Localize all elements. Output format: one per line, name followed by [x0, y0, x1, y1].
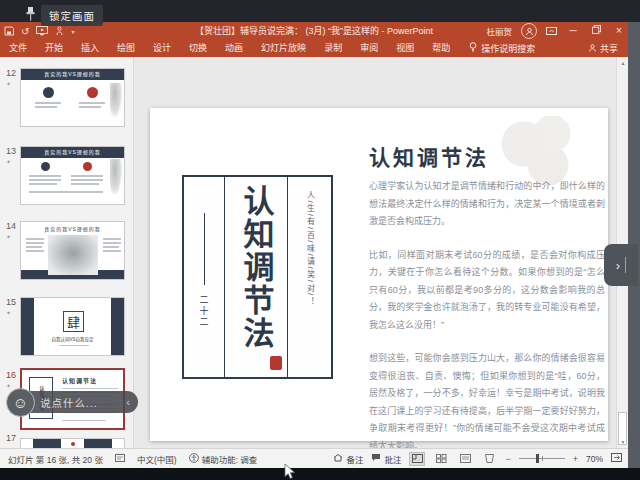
banner-side-text: 人/生/有/百/味/请/笑/对/！ — [306, 191, 314, 377]
paragraph-1: 心理学家认为认知才是调节情绪和行动的中介，即什么样的想法最终决定什么样的情绪和行… — [369, 178, 605, 231]
mouse-cursor — [284, 463, 296, 480]
tab-design[interactable]: 设计 — [144, 40, 180, 57]
chat-smiley-icon[interactable]: ☺ — [6, 388, 35, 417]
account-avatar[interactable] — [521, 23, 537, 39]
fit-to-window-icon[interactable] — [611, 453, 622, 464]
thumbnail-slide-12[interactable]: 真实的我VS理想的我 — [20, 68, 125, 127]
handle-grip — [625, 257, 626, 273]
share-button[interactable]: 共享 — [588, 42, 618, 55]
accessibility-status[interactable]: 辅助功能: 调查 — [189, 453, 258, 465]
pushpin-icon[interactable] — [24, 6, 37, 26]
notes-toggle[interactable]: 备注 — [333, 453, 363, 465]
slide-title[interactable]: 认知调节法 — [369, 141, 489, 171]
spellcheck-icon[interactable] — [115, 453, 125, 465]
side-panel-handle[interactable]: › — [604, 244, 638, 286]
ribbon-tabs: 文件 开始 插入 绘图 设计 切换 动画 幻灯片放映 录制 审阅 视图 帮助 操… — [0, 40, 628, 57]
ribbon-display-options-icon[interactable] — [546, 22, 557, 40]
slideshow-view-button[interactable] — [481, 452, 497, 466]
tab-view[interactable]: 视图 — [387, 40, 423, 57]
banner-side-column: 人/生/有/百/味/请/笑/对/！ — [288, 177, 331, 377]
tab-transitions[interactable]: 切换 — [180, 40, 216, 57]
slide-body-text[interactable]: 心理学家认为认知才是调节情绪和行动的中介，即什么样的想法最终决定什么样的情绪和行… — [369, 178, 605, 471]
letterbox-bottom — [0, 468, 640, 480]
restore-button[interactable] — [589, 22, 603, 40]
banner-main-text: 认知调节法 — [241, 185, 272, 350]
comments-toggle[interactable]: 批注 — [371, 453, 401, 465]
screen-share-frame: ↺ ▾ 【贺壮团】辅导员说完满： (3月) “我”是这样的 - PowerPoi… — [0, 0, 640, 480]
chat-collapse-icon[interactable]: ‹ — [126, 396, 130, 408]
comment-icon — [371, 453, 381, 464]
tab-draw[interactable]: 绘图 — [108, 40, 144, 57]
accessibility-icon — [189, 453, 199, 465]
tab-file[interactable]: 文件 — [0, 40, 36, 57]
banner-index-column: 二十二 — [184, 177, 225, 377]
tab-slideshow[interactable]: 幻灯片放映 — [252, 40, 315, 57]
chat-placeholder[interactable]: 说点什么... — [40, 395, 98, 410]
lock-screen-label: 锁定画面 — [41, 5, 103, 26]
tab-home[interactable]: 开始 — [36, 40, 72, 57]
close-button[interactable]: × — [612, 22, 626, 40]
tab-help[interactable]: 帮助 — [423, 40, 459, 57]
zoom-in-button[interactable]: + — [573, 454, 578, 464]
slide-sorter-view-button[interactable] — [433, 452, 449, 466]
reading-view-button[interactable] — [457, 452, 473, 466]
thumbnail-slide-15[interactable]: 肆 自我认同VS自我肯定 — [20, 297, 125, 356]
share-person-icon — [588, 43, 597, 55]
lightbulb-icon — [469, 42, 477, 55]
paragraph-2: 比如，同样面对期末考试60分的成绩，是否会对你构成压力，关键在于你怎么看待这个分… — [369, 247, 605, 335]
banner-main-column: 认知调节法 — [225, 177, 288, 377]
paragraph-3: 想到这些，可能你会感到压力山大，那么你的情绪会很容易变得很沮丧、自责、懊悔；但如… — [369, 350, 605, 455]
red-seal-stamp — [270, 356, 282, 370]
account-name[interactable]: 杜丽贺 — [486, 25, 512, 37]
zoom-out-button[interactable]: − — [505, 454, 510, 464]
titlebar-controls: 杜丽贺 ─ × — [486, 22, 626, 40]
tell-me-search[interactable]: 操作说明搜索 — [469, 42, 535, 55]
notes-icon — [333, 453, 343, 464]
slide-counter: 幻灯片 第 16 张, 共 20 张 — [8, 453, 103, 465]
thumbnail-slide-14[interactable]: 真实的我VS理想的我 — [20, 221, 125, 280]
slide-editing-area: 二十二 认知调节法 人/生/有/百/味/请/笑/对/！ 认知调节法 心理学家认为… — [134, 57, 628, 448]
banner-index-text: 二十二 — [198, 295, 211, 328]
floral-watermark — [500, 116, 580, 186]
banner-divider-line — [204, 213, 205, 285]
tab-record[interactable]: 录制 — [315, 40, 351, 57]
minimize-button[interactable]: ─ — [566, 22, 580, 40]
tab-animations[interactable]: 动画 — [216, 40, 252, 57]
thumbnail-slide-13[interactable]: 真实的我VS理想的我 — [20, 146, 125, 205]
thumbnail-slide-17[interactable] — [20, 438, 125, 448]
vertical-banner-box[interactable]: 二十二 认知调节法 人/生/有/百/味/请/笑/对/！ — [182, 175, 333, 379]
normal-view-button[interactable] — [409, 452, 425, 466]
zoom-level[interactable]: 70% — [586, 454, 603, 464]
tab-review[interactable]: 审阅 — [351, 40, 387, 57]
language-indicator[interactable]: 中文(中国) — [137, 453, 177, 465]
zoom-slider-knob[interactable] — [536, 454, 539, 463]
zoom-slider[interactable] — [519, 454, 565, 463]
tab-insert[interactable]: 插入 — [72, 40, 108, 57]
status-bar: 幻灯片 第 16 张, 共 20 张 中文(中国) 辅助功能: 调查 备注 批注 — [0, 448, 628, 468]
current-slide-canvas[interactable]: 二十二 认知调节法 人/生/有/百/味/请/笑/对/！ 认知调节法 心理学家认为… — [150, 108, 608, 441]
lock-screen-tooltip: 锁定画面 — [24, 5, 103, 26]
expand-chevron-icon: › — [616, 258, 620, 273]
